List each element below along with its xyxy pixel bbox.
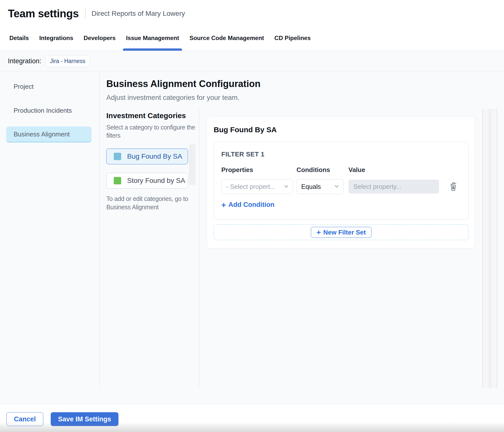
category-list-scrollbar[interactable] (189, 144, 195, 185)
sidebar-item-project[interactable]: Project (6, 79, 92, 94)
sidebar-item-business-alignment[interactable]: Business Alignment (6, 127, 92, 142)
main-heading-block: Business Alignment Configuration Adjust … (106, 79, 261, 102)
plus-icon: + (317, 229, 321, 236)
categories-footnote: To add or edit categories, go to Busines… (106, 194, 197, 211)
bug-category-swatch-icon (114, 153, 121, 160)
new-filter-set-button[interactable]: + New Filter Set (311, 227, 371, 238)
tab-integrations[interactable]: Integrations (39, 25, 73, 51)
chevron-down-icon (284, 184, 288, 189)
right-scrollbar-track-inner[interactable] (490, 109, 497, 388)
filter-set-1: FILTER SET 1 Properties Conditions Value… (214, 142, 469, 219)
section-subtitle: Adjust investment categories for your te… (106, 94, 261, 102)
category-label: Story Found by SA (127, 177, 185, 185)
team-settings-page: Team settings Direct Reports of Mary Low… (0, 0, 504, 432)
condition-headers: Properties Conditions Value (221, 166, 461, 174)
property-select[interactable]: - Select propert... (221, 179, 293, 194)
new-filter-set-label: New Filter Set (323, 229, 366, 236)
tab-cd-pipelines[interactable]: CD Pipelines (275, 25, 311, 51)
page-header: Team settings Direct Reports of Mary Low… (0, 0, 504, 51)
integration-chip[interactable]: Jira - Harness (45, 55, 90, 67)
tab-developers[interactable]: Developers (84, 25, 115, 51)
filter-card-title: Bug Found By SA (214, 126, 468, 134)
plus-icon: + (221, 201, 226, 208)
value-input[interactable] (348, 180, 439, 194)
sidebar-item-production-incidents[interactable]: Production Incidents (6, 103, 92, 118)
conditions-column-header: Conditions (297, 166, 348, 174)
add-condition-label: Add Condition (229, 201, 275, 209)
save-im-settings-button[interactable]: Save IM Settings (51, 412, 118, 426)
condition-row: - Select propert... Equals (221, 179, 461, 194)
integration-label: Integration: (8, 57, 41, 65)
settings-sidebar: Project Production Incidents Business Al… (0, 71, 100, 389)
page-title: Team settings (8, 7, 79, 20)
filter-set-label: FILTER SET 1 (221, 151, 461, 158)
add-condition-button[interactable]: + Add Condition (221, 201, 275, 209)
tab-issue-management[interactable]: Issue Management (126, 25, 179, 51)
categories-title: Investment Categories (106, 111, 199, 120)
property-select-placeholder: - Select propert... (226, 183, 275, 191)
delete-condition-button[interactable] (449, 182, 457, 192)
value-column-header: Value (348, 166, 449, 174)
condition-select-value: Equals (301, 183, 321, 191)
footer-action-bar: Cancel Save IM Settings (0, 405, 504, 432)
page-subtitle: Direct Reports of Mary Lowery (92, 10, 185, 18)
category-bug-found-by-sa[interactable]: Bug Found By SA (106, 149, 188, 164)
story-category-swatch-icon (114, 177, 121, 184)
trash-icon (449, 189, 457, 192)
investment-categories-panel: Investment Categories Select a category … (106, 111, 199, 211)
new-filter-set-dropzone: + New Filter Set (214, 224, 469, 240)
cancel-button[interactable]: Cancel (6, 412, 43, 426)
title-divider (85, 9, 86, 19)
category-label: Bug Found By SA (127, 152, 182, 160)
properties-column-header: Properties (221, 166, 297, 174)
tab-bar: Details Integrations Developers Issue Ma… (9, 25, 311, 51)
right-scrollbar-track-outer[interactable] (482, 109, 490, 388)
footer-buttons: Cancel Save IM Settings (6, 412, 118, 426)
category-story-found-by-sa[interactable]: Story Found by SA (106, 173, 188, 189)
filter-configuration-card: Bug Found By SA FILTER SET 1 Properties … (207, 117, 475, 248)
chevron-down-icon (335, 184, 339, 189)
title-row: Team settings Direct Reports of Mary Low… (8, 7, 185, 20)
tab-source-code-management[interactable]: Source Code Management (189, 25, 264, 51)
condition-select[interactable]: Equals (297, 179, 344, 194)
section-title: Business Alignment Configuration (106, 79, 261, 89)
tab-details[interactable]: Details (9, 25, 29, 51)
categories-hint: Select a category to configure the filte… (106, 123, 198, 140)
integration-bar: Integration: Jira - Harness (0, 51, 504, 71)
